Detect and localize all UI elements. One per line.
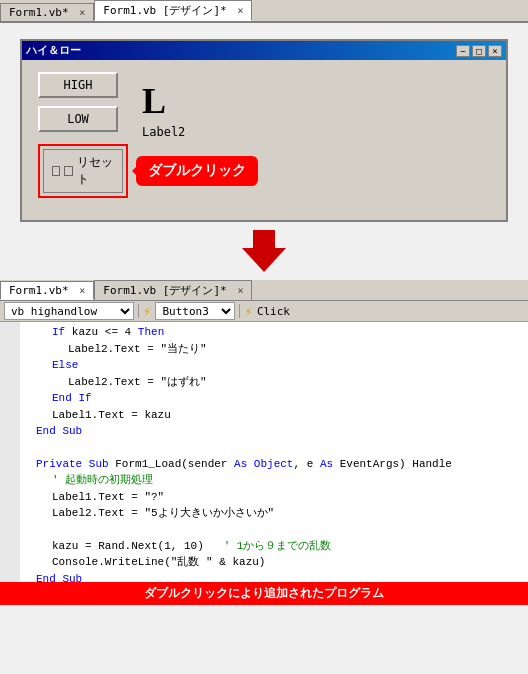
- tab-bottom-form1-vb[interactable]: Form1.vb* ×: [0, 281, 94, 300]
- reset-button-container: リセット ダブルクリック: [38, 144, 128, 198]
- code-token: Label1.Text =: [52, 489, 144, 506]
- lightning-icon: ⚡: [143, 303, 151, 319]
- label1-display: L: [142, 80, 166, 122]
- code-line: Else: [20, 357, 528, 374]
- code-token: , e: [293, 456, 319, 473]
- code-token: Label2.Text =: [68, 341, 160, 358]
- close-button[interactable]: ×: [488, 45, 502, 57]
- code-token: "当たり": [160, 341, 206, 358]
- code-line: If kazu <= 4 Then: [20, 324, 528, 341]
- code-line: Label2.Text = "5より大きいか小さいか": [20, 505, 528, 522]
- code-editor[interactable]: If kazu <= 4 ThenLabel2.Text = "当たり"Else…: [0, 322, 528, 582]
- high-button[interactable]: HIGH: [38, 72, 118, 98]
- code-token: "乱数 " & kazu): [171, 554, 266, 571]
- tab-form1-vb[interactable]: Form1.vb* ×: [0, 3, 94, 21]
- objects-dropdown[interactable]: vb highandlow: [4, 302, 134, 320]
- form-title-bar: ハイ＆ロー − □ ×: [22, 41, 506, 60]
- code-token: "5より大きいか小さいか": [144, 505, 274, 522]
- code-line: End Sub: [20, 423, 528, 440]
- collapse-marker[interactable]: −: [2, 456, 16, 471]
- tab-form1-design[interactable]: Form1.vb [デザイン]* ×: [94, 0, 252, 21]
- code-line: [20, 440, 528, 456]
- low-button[interactable]: LOW: [38, 106, 118, 132]
- code-editor-container: If kazu <= 4 ThenLabel2.Text = "当たり"Else…: [0, 322, 528, 605]
- reset-label: リセット: [77, 154, 115, 188]
- code-token: As: [320, 456, 333, 473]
- code-token: End Sub: [36, 571, 82, 583]
- restore-button[interactable]: □: [472, 45, 486, 57]
- reset-button-border: リセット: [38, 144, 128, 198]
- top-tab-bar: Form1.vb* × Form1.vb [デザイン]* ×: [0, 0, 528, 23]
- code-line: Label2.Text = "当たり": [20, 341, 528, 358]
- code-toolbar: vb highandlow ⚡ Button3 ⚡ Click: [0, 301, 528, 322]
- click-label: Click: [257, 305, 290, 318]
- code-token: Label2.Text =: [68, 374, 160, 391]
- toolbar-separator2: [239, 304, 240, 318]
- code-token: kazu = Rand.Next(1, 10): [52, 538, 204, 555]
- code-token: If: [52, 324, 65, 341]
- reset-checkbox2: [64, 166, 72, 176]
- code-line: kazu = Rand.Next(1, 10) ' 1から９までの乱数: [20, 538, 528, 555]
- form-designer-section: ハイ＆ロー − □ × HIGH LOW L Label2 リセット: [0, 23, 528, 222]
- bottom-label-bar: ダブルクリックにより追加されたプログラム: [0, 582, 528, 605]
- arrow-down: [0, 230, 528, 272]
- code-line: End Sub: [20, 571, 528, 583]
- form-title-text: ハイ＆ロー: [26, 43, 81, 58]
- label2-display: Label2: [142, 125, 185, 139]
- code-line: Label1.Text = "?": [20, 489, 528, 506]
- code-token: As Object: [234, 456, 293, 473]
- code-line: [20, 522, 528, 538]
- code-token: Label1.Text = kazu: [52, 407, 171, 424]
- methods-dropdown[interactable]: Button3: [155, 302, 235, 320]
- lightning-icon2: ⚡: [244, 303, 252, 319]
- code-token: "はずれ": [160, 374, 206, 391]
- code-line: ' 起動時の初期処理: [20, 472, 528, 489]
- code-token: Private Sub: [36, 456, 109, 473]
- reset-button[interactable]: リセット: [43, 149, 123, 193]
- double-click-bubble: ダブルクリック: [136, 156, 258, 186]
- code-token: "?": [144, 489, 164, 506]
- title-buttons: − □ ×: [456, 45, 502, 57]
- code-token: Console.WriteLine(: [52, 554, 171, 571]
- code-token: End If: [52, 390, 92, 407]
- form-window: ハイ＆ロー − □ × HIGH LOW L Label2 リセット: [20, 39, 508, 222]
- code-token: End Sub: [36, 423, 82, 440]
- code-line: Label1.Text = kazu: [20, 407, 528, 424]
- code-token: Form1_Load(sender: [109, 456, 234, 473]
- form-content: HIGH LOW L Label2 リセット ダブルクリック: [22, 60, 506, 220]
- code-token: Then: [138, 324, 164, 341]
- code-token: kazu <= 4: [65, 324, 138, 341]
- code-token: ' 起動時の初期処理: [52, 472, 153, 489]
- code-token: Else: [52, 357, 78, 374]
- minimize-button[interactable]: −: [456, 45, 470, 57]
- code-line: −Private Sub Form1_Load(sender As Object…: [20, 456, 528, 473]
- code-token: Label2.Text =: [52, 505, 144, 522]
- bottom-tab-bar: Form1.vb* × Form1.vb [デザイン]* ×: [0, 280, 528, 301]
- code-token: ' 1から９までの乱数: [204, 538, 332, 555]
- tab-bottom-form1-design[interactable]: Form1.vb [デザイン]* ×: [94, 280, 252, 300]
- toolbar-separator: [138, 304, 139, 318]
- code-token: EventArgs) Handle: [333, 456, 452, 473]
- reset-checkbox: [52, 166, 60, 176]
- code-line: Label2.Text = "はずれ": [20, 374, 528, 391]
- code-line: Console.WriteLine("乱数 " & kazu): [20, 554, 528, 571]
- code-line: End If: [20, 390, 528, 407]
